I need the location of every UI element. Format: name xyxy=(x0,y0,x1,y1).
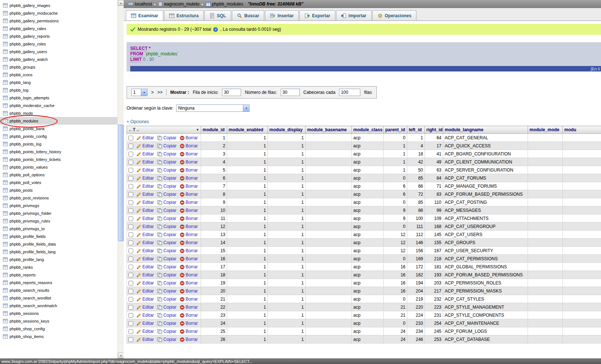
sort-key-select[interactable]: Ninguna ▼ xyxy=(176,104,249,112)
tab-importar[interactable]: Importar xyxy=(336,10,372,21)
last-page-link[interactable]: >> xyxy=(157,90,163,95)
start-row-input[interactable] xyxy=(222,89,241,96)
column-header[interactable]: modu xyxy=(563,126,601,134)
sidebar-table-item[interactable]: phpbb_points_lottery_history xyxy=(0,148,117,155)
column-header[interactable]: module_langname xyxy=(443,126,528,134)
edit-link[interactable]: Editar xyxy=(136,272,154,277)
edit-link[interactable]: Editar xyxy=(136,143,154,148)
edit-link[interactable]: Editar xyxy=(136,200,154,205)
row-checkbox[interactable] xyxy=(128,200,133,205)
row-checkbox[interactable] xyxy=(128,176,133,181)
num-rows-input[interactable] xyxy=(281,89,300,96)
sidebar-table-item[interactable]: phpbb_reports xyxy=(0,271,117,279)
copy-link[interactable]: Copiar xyxy=(157,143,176,148)
row-checkbox[interactable] xyxy=(128,265,133,269)
copy-link[interactable]: Copiar xyxy=(157,329,176,334)
column-header[interactable]: parent_id xyxy=(384,126,407,134)
sidebar-table-item[interactable]: phpbb_sessions_keys xyxy=(0,317,117,325)
delete-link[interactable]: Borrar xyxy=(180,159,198,165)
scrollbar-thumb[interactable] xyxy=(118,125,124,241)
tab-examinar[interactable]: Examinar xyxy=(126,10,163,21)
edit-link[interactable]: Editar xyxy=(136,192,154,197)
delete-link[interactable]: Borrar xyxy=(180,135,198,140)
corner-header[interactable]: ←T→ ▼ xyxy=(127,126,201,134)
edit-link[interactable]: Editar xyxy=(136,159,154,165)
sidebar-table-item[interactable]: phpbb_gallery_users xyxy=(0,48,117,55)
delete-link[interactable]: Borrar xyxy=(180,305,198,310)
delete-link[interactable]: Borrar xyxy=(180,313,198,318)
scroll-down-button[interactable]: ▼ xyxy=(118,353,124,359)
sidebar-table-item[interactable]: phpbb_privmsgs_to xyxy=(0,225,117,232)
copy-link[interactable]: Copiar xyxy=(157,192,176,197)
copy-link[interactable]: Copiar xyxy=(157,200,176,205)
row-checkbox[interactable] xyxy=(128,208,133,213)
column-header[interactable]: module_mode xyxy=(528,126,563,134)
edit-link[interactable]: Editar xyxy=(136,264,154,269)
delete-link[interactable]: Borrar xyxy=(180,288,198,294)
edit-link[interactable]: Editar xyxy=(136,208,154,213)
tab-buscar[interactable]: Buscar xyxy=(232,10,265,21)
copy-link[interactable]: Copiar xyxy=(157,232,176,237)
column-header[interactable]: module_display xyxy=(268,126,306,134)
edit-link[interactable]: Editar xyxy=(136,176,154,181)
delete-link[interactable]: Borrar xyxy=(180,200,198,205)
row-checkbox[interactable] xyxy=(128,168,133,173)
sidebar-table-item[interactable]: phpbb_points_lottery_tickets xyxy=(0,155,117,163)
delete-link[interactable]: Borrar xyxy=(180,168,198,173)
delete-link[interactable]: Borrar xyxy=(180,143,198,148)
sidebar-scrollbar[interactable]: ▲ ▼ xyxy=(117,0,124,359)
delete-link[interactable]: Borrar xyxy=(180,240,198,245)
delete-link[interactable]: Borrar xyxy=(180,224,198,229)
sidebar-table-item[interactable]: phpbb_moderator_cache xyxy=(0,102,117,109)
page-select[interactable]: 1 ▼ xyxy=(131,89,147,96)
copy-link[interactable]: Copiar xyxy=(157,240,176,245)
sidebar-table-item[interactable]: phpbb_gallery_rates xyxy=(0,25,117,32)
row-checkbox[interactable] xyxy=(128,192,133,197)
edit-link[interactable]: Editar xyxy=(136,288,154,294)
sidebar-table-item[interactable]: phpbb_privmsgs_rules xyxy=(0,217,117,225)
tab-estructura[interactable]: Estructura xyxy=(164,10,204,21)
delete-link[interactable]: Borrar xyxy=(180,264,198,269)
delete-link[interactable]: Borrar xyxy=(180,256,198,261)
copy-link[interactable]: Copiar xyxy=(157,135,176,140)
delete-link[interactable]: Borrar xyxy=(180,329,198,334)
column-header[interactable]: left_id xyxy=(407,126,425,134)
row-checkbox[interactable] xyxy=(128,152,133,157)
row-checkbox[interactable] xyxy=(128,313,133,318)
headers-every-input[interactable] xyxy=(339,89,360,96)
sidebar-table-item[interactable]: phpbb_poll_options xyxy=(0,171,117,179)
copy-link[interactable]: Copiar xyxy=(157,305,176,310)
copy-link[interactable]: Copiar xyxy=(157,216,176,221)
row-checkbox[interactable] xyxy=(128,273,133,277)
delete-link[interactable]: Borrar xyxy=(180,337,198,342)
tab-sql[interactable]: SQL xyxy=(204,10,231,21)
sidebar-table-item[interactable]: phpbb_ranks xyxy=(0,263,117,271)
delete-link[interactable]: Borrar xyxy=(180,321,198,326)
transpose-icon[interactable]: ←T→ xyxy=(128,127,140,132)
column-header[interactable]: right_id xyxy=(425,126,443,134)
sidebar-table-item[interactable]: phpbb_mods xyxy=(0,109,117,117)
delete-link[interactable]: Borrar xyxy=(180,184,198,189)
sidebar-table-item[interactable]: phpbb_sessions xyxy=(0,309,117,317)
row-checkbox[interactable] xyxy=(128,305,133,310)
edit-link[interactable]: Editar xyxy=(136,321,154,326)
column-header[interactable]: module_basename xyxy=(306,126,352,134)
copy-link[interactable]: Copiar xyxy=(157,159,176,165)
edit-link[interactable]: Editar xyxy=(136,329,154,334)
sidebar-table-item[interactable]: phpbb_gallery_reports xyxy=(0,32,117,40)
edit-link[interactable]: Editar xyxy=(136,135,154,140)
row-checkbox[interactable] xyxy=(128,224,133,229)
edit-link[interactable]: Editar xyxy=(136,297,154,302)
row-checkbox[interactable] xyxy=(128,136,133,140)
row-checkbox[interactable] xyxy=(128,249,133,253)
column-header[interactable]: module_enabled xyxy=(227,126,268,134)
copy-link[interactable]: Copiar xyxy=(157,208,176,213)
delete-link[interactable]: Borrar xyxy=(180,272,198,277)
delete-link[interactable]: Borrar xyxy=(180,280,198,286)
sidebar-table-item[interactable]: phpbb_profile_fields xyxy=(0,232,117,240)
copy-link[interactable]: Copiar xyxy=(157,321,176,326)
copy-link[interactable]: Copiar xyxy=(157,297,176,302)
delete-link[interactable]: Borrar xyxy=(180,208,198,213)
sidebar-table-item[interactable]: phpbb_posts xyxy=(0,186,117,194)
info-icon[interactable]: i xyxy=(213,27,218,32)
